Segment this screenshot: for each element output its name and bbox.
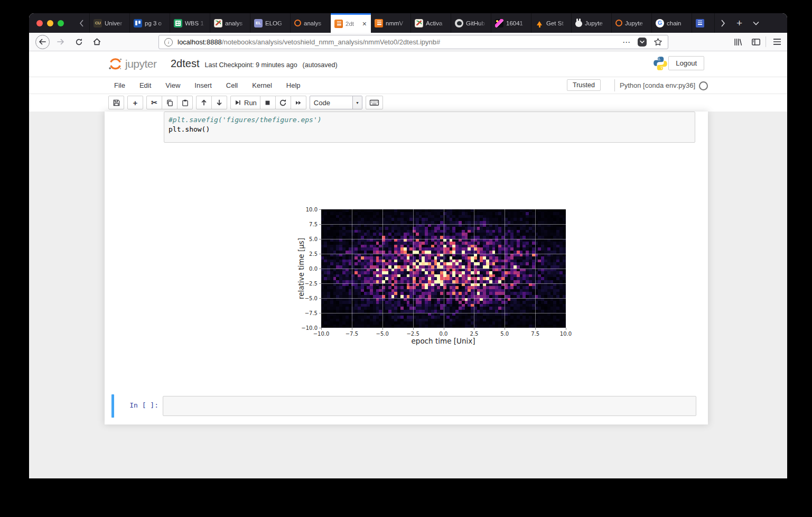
y-tick-mark [319,313,321,313]
jupyter-logo-icon [108,57,123,71]
browser-tab-elog[interactable]: ELELOG [250,13,291,33]
save-button[interactable] [108,96,124,109]
refresh-icon [279,99,287,107]
y-tick-label: −5.0 [295,296,318,301]
back-button[interactable] [34,33,50,51]
move-cell-up-button[interactable] [196,96,212,109]
new-tab-button[interactable]: + [731,13,748,33]
browser-tab-wbs-1[interactable]: WBS 1 [170,13,210,33]
browser-tab-jupyte[interactable]: Jupyte [572,13,612,33]
menu-cell[interactable]: Cell [226,81,238,89]
command-palette-button[interactable] [366,96,383,109]
jupyter-logo[interactable]: jupyter [108,57,157,71]
browser-tab-univer[interactable]: CUUniver [90,13,130,33]
browser-tab-get-st[interactable]: Get St [531,13,572,33]
y-tick-label: −10.0 [295,325,318,331]
tab-title: ELOG [265,20,286,26]
tab-title: 16041 [506,20,527,26]
browser-tab-analys[interactable]: analys [291,13,331,33]
site-info-icon[interactable]: i [164,38,173,47]
tab-title: chain [667,20,688,26]
tab-title: pg 3 o [145,20,166,26]
browser-tab-chain[interactable]: Gchain [652,13,692,33]
menu-view[interactable]: View [165,81,180,89]
x-tick-mark [535,328,536,330]
analysis-notes-icon [214,19,222,27]
x-tick-mark [444,328,444,330]
scroll-tabs-left-button[interactable] [73,13,90,33]
cell-type-select[interactable]: Code ▼ [310,96,362,109]
x-tick-label: −10.0 [313,331,330,337]
close-tab-icon[interactable]: × [362,20,367,27]
forward-arrow-icon [57,38,65,46]
browser-tab-jupyte[interactable]: Jupyte [612,13,652,33]
menu-help[interactable]: Help [286,81,301,89]
analysis-notes-icon [415,19,423,27]
navigation-bar: i localhost:8888/notebooks/analysis/veto… [29,33,787,51]
reload-button[interactable] [71,33,86,51]
paste-cell-button[interactable] [177,96,193,109]
scroll-tabs-right-button[interactable] [715,13,731,33]
browser-tab-activa[interactable]: Activa [411,13,451,33]
run-cell-button[interactable]: Run [230,96,260,109]
menu-kernel[interactable]: Kernel [252,81,272,89]
logout-button[interactable]: Logout [668,56,704,70]
output-figure: relative time [µs] epoch time [Unix] −10… [295,204,585,349]
notebook-container: #plt.savefig('figures/thefigure.eps') pl… [105,112,708,424]
arrow-down-icon [216,99,223,106]
browser-tab-partial[interactable] [692,13,714,33]
x-tick-mark [382,328,383,330]
tab-title: Univer [105,20,126,26]
pocket-icon[interactable] [638,38,647,47]
restart-run-all-button[interactable] [291,96,306,109]
empty-code-cell-input[interactable] [163,396,696,416]
jupyter-ring-icon [294,20,301,26]
library-icon [733,38,742,47]
page-actions-icon[interactable]: ⋯ [622,38,631,47]
y-tick-mark [319,283,321,284]
menu-edit[interactable]: Edit [139,81,151,89]
move-cell-down-button[interactable] [211,96,227,109]
notebook-title[interactable]: 2dtest [171,58,199,70]
browser-tab-github[interactable]: GitHub [451,13,491,33]
step-forward-icon [234,99,241,106]
x-tick-label: 5.0 [500,331,509,337]
home-button[interactable] [89,33,104,51]
x-tick-mark [321,328,322,330]
restart-kernel-button[interactable] [275,96,291,109]
y-tick-label: 0.0 [295,266,318,272]
close-window-button[interactable] [36,20,43,26]
forward-button[interactable] [53,33,68,51]
copy-cell-button[interactable] [162,96,178,109]
menu-bar: FileEditViewInsertCellKernelHelp Trusted… [29,77,787,94]
menu-insert[interactable]: Insert [194,81,212,89]
elog-icon: EL [254,19,263,27]
menu-file[interactable]: File [114,81,125,89]
add-cell-button[interactable]: + [127,96,143,109]
bookmark-star-icon[interactable] [654,38,662,47]
browser-tab-pg-3-o[interactable]: pg 3 o [130,13,170,33]
cut-cell-button[interactable]: ✂ [146,96,162,109]
browser-tab-2dt[interactable]: 2dt× [331,13,371,33]
browser-tab-nmmv[interactable]: nmmV [371,13,411,33]
browser-tab-analys[interactable]: analys [210,13,250,33]
sidebar-icon [751,38,761,47]
url-bar[interactable]: i localhost:8888/notebooks/analysis/veto… [158,35,668,49]
checkpoint-status: Last Checkpoint: 9 minutes ago [204,61,297,69]
interrupt-kernel-button[interactable] [260,96,276,109]
tab-controls: + [714,13,764,33]
y-tick-mark [319,224,321,225]
menu-button[interactable] [770,33,785,51]
code-cell-input[interactable]: #plt.savefig('figures/thefigure.eps') pl… [164,112,695,143]
browser-tab-16041[interactable]: 16041 [491,13,531,33]
library-button[interactable] [730,33,745,51]
jupyter-logo-text: jupyter [125,58,157,70]
notebook-site: #plt.savefig('figures/thefigure.eps') pl… [29,112,787,478]
trusted-button[interactable]: Trusted [567,79,601,91]
zoom-window-button[interactable] [58,20,64,26]
save-icon [113,99,120,107]
heatmap-canvas [321,209,566,328]
list-all-tabs-button[interactable] [748,13,764,33]
minimize-window-button[interactable] [47,20,53,26]
sidebars-button[interactable] [749,33,763,51]
